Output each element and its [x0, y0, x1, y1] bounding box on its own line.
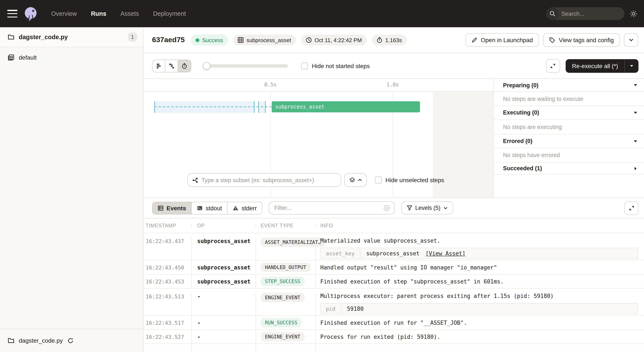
terminal-icon: [197, 205, 203, 211]
slider-knob[interactable]: [203, 62, 210, 70]
log-op: subprocess_asset: [197, 278, 250, 285]
gantt-section: 0.5s 1.0s subprocess_asset: [144, 79, 644, 198]
view-mode-waterfall-icon[interactable]: [165, 60, 178, 72]
step-status-panel: Preparing (0) No steps are waiting to ex…: [493, 79, 644, 198]
chevron-down-icon: [628, 37, 634, 42]
sidebar-footer: dagster_code.py: [0, 329, 143, 352]
tag-icon: [549, 37, 556, 43]
log-row-partial: [144, 344, 644, 352]
log-row[interactable]: 16:22:43.513 - ENGINE_EVENT Multiprocess…: [144, 289, 644, 316]
log-row[interactable]: 16:22:43.527 - ENGINE_EVENT Process for …: [144, 330, 644, 344]
gantt-fullscreen-button[interactable]: [546, 59, 560, 72]
log-row[interactable]: 16:22:43.437 subprocess_asset ASSET_MATE…: [144, 233, 644, 261]
step-subset-row: Hide unselected steps: [188, 173, 444, 187]
asset-tag[interactable]: subprocess_asset: [233, 34, 296, 45]
panel-section-executing[interactable]: Executing (0): [494, 106, 644, 120]
search-input[interactable]: [559, 10, 624, 17]
step-subset-input-box[interactable]: [188, 173, 341, 187]
hide-unselected-checkbox[interactable]: [375, 177, 382, 183]
log-timestamp: 16:22:43.513: [146, 293, 184, 300]
job-icon: [8, 54, 14, 61]
sidebar-code-location[interactable]: dagster_code.py 1: [0, 27, 143, 47]
sidebar: dagster_code.py 1 default dagster_code.p…: [0, 27, 144, 352]
hamburger-menu-icon[interactable]: [7, 10, 18, 17]
run-id: 637aed75: [152, 36, 185, 44]
status-badge: Success: [190, 34, 228, 45]
folder-icon: [8, 337, 14, 344]
panel-section-preparing[interactable]: Preparing (0): [494, 79, 644, 92]
table-icon: [158, 205, 164, 211]
dagster-logo-icon[interactable]: [22, 5, 39, 22]
view-mode-flat-icon[interactable]: [152, 60, 165, 72]
pencil-icon: [472, 37, 478, 43]
log-row[interactable]: 16:22:43.517 - RUN_SUCCESS Finished exec…: [144, 316, 644, 330]
run-more-actions-button[interactable]: [624, 33, 638, 47]
code-location-count-badge: 1: [128, 32, 137, 42]
metadata-table: pid 59180: [320, 303, 638, 314]
caret-down-icon: [633, 83, 638, 87]
nav-item-overview[interactable]: Overview: [51, 10, 77, 17]
layers-icon: [349, 177, 355, 183]
clear-filter-icon[interactable]: [383, 205, 390, 211]
panel-message-executing: No steps are executing: [494, 120, 644, 134]
status-dot-icon: [195, 38, 199, 42]
col-header-info: INFO: [316, 223, 644, 228]
log-op: -: [197, 320, 200, 326]
event-type-badge: ENGINE_EVENT: [261, 332, 304, 341]
log-timestamp: 16:22:43.517: [146, 320, 184, 326]
log-filter-box[interactable]: [269, 201, 395, 215]
log-timestamp: 16:22:43.453: [146, 278, 184, 285]
nav-item-assets[interactable]: Assets: [120, 10, 139, 17]
asset-grid-icon: [238, 37, 244, 43]
col-header-timestamp: TIMESTAMP: [144, 223, 192, 228]
tab-events[interactable]: Events: [152, 202, 192, 214]
sidebar-job-default[interactable]: default: [0, 49, 143, 66]
log-timestamp: 16:22:43.437: [146, 238, 184, 244]
reload-icon[interactable]: [67, 337, 74, 344]
reexecute-all-button[interactable]: Re-execute all (*): [566, 59, 638, 72]
metadata-table: asset_key subprocess_asset [View Asset]: [320, 248, 638, 259]
nav-item-runs[interactable]: Runs: [91, 10, 106, 17]
log-op: subprocess_asset: [197, 264, 250, 271]
view-mode-timed-icon[interactable]: [178, 60, 191, 72]
open-in-launchpad-button[interactable]: Open in Launchpad: [466, 33, 539, 47]
view-tags-config-button[interactable]: View tags and config: [543, 33, 620, 47]
panel-section-succeeded[interactable]: Succeeded (1): [494, 163, 644, 175]
clock-icon: [306, 37, 312, 43]
gear-icon[interactable]: [630, 9, 638, 18]
log-row[interactable]: 16:22:43.450 subprocess_asset HANDLED_OU…: [144, 261, 644, 275]
main-content: 637aed75 Success subprocess_asset Oct 11…: [144, 27, 644, 352]
tab-stdout[interactable]: stdout: [192, 202, 228, 214]
log-info: Materialized value subprocess_asset.: [320, 238, 638, 244]
gantt-step-bar[interactable]: subprocess_asset: [272, 101, 420, 112]
gantt-chart: 0.5s 1.0s subprocess_asset: [144, 79, 493, 198]
gantt-zoom-slider[interactable]: [203, 62, 288, 70]
view-asset-link[interactable]: [View Asset]: [426, 250, 466, 257]
folder-icon: [8, 34, 14, 40]
event-type-badge: RUN_SUCCESS: [261, 318, 302, 327]
event-type-badge: HANDLED_OUTPUT: [261, 263, 310, 272]
nav-item-deployment[interactable]: Deployment: [153, 10, 186, 17]
dagster-run-page: Overview Runs Assets Deployment / dagst: [0, 0, 644, 352]
log-timestamp: 16:22:43.450: [146, 264, 184, 271]
reexecute-dropdown-caret[interactable]: [624, 59, 638, 72]
log-row[interactable]: 16:22:43.453 subprocess_asset STEP_SUCCE…: [144, 275, 644, 289]
log-filter-input[interactable]: [274, 205, 383, 211]
job-name: default: [19, 54, 37, 61]
log-info: Finished execution of run for "__ASSET_J…: [320, 320, 467, 326]
log-info: Finished execution of step "subprocess_a…: [320, 278, 504, 285]
hide-not-started-label: Hide not started steps: [312, 62, 370, 69]
panel-section-errored[interactable]: Errored (0): [494, 134, 644, 148]
axis-tick-1-0s: 1.0s: [386, 82, 399, 88]
logs-fullscreen-button[interactable]: [624, 201, 638, 215]
footer-code-location-name: dagster_code.py: [19, 337, 63, 344]
graph-options-button[interactable]: [344, 173, 367, 187]
slider-track[interactable]: [203, 64, 288, 67]
tab-stderr[interactable]: stderr: [228, 202, 262, 214]
levels-filter-button[interactable]: Levels (5): [401, 201, 454, 215]
step-subset-input[interactable]: [202, 177, 336, 183]
global-search[interactable]: /: [546, 7, 624, 20]
run-header: 637aed75 Success subprocess_asset Oct 11…: [144, 27, 644, 53]
expand-icon: [550, 63, 556, 69]
hide-not-started-checkbox[interactable]: [301, 62, 308, 69]
